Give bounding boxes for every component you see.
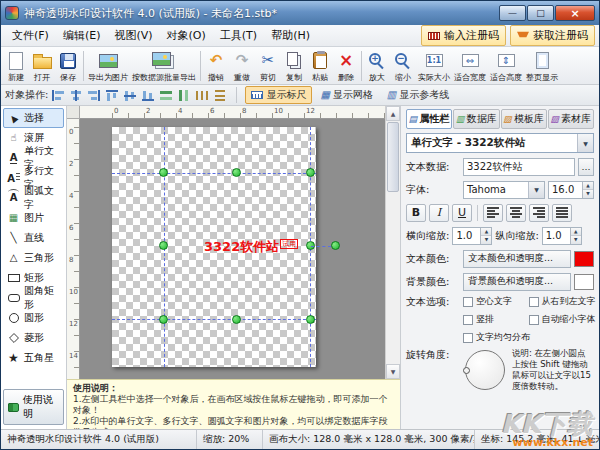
selection-handle[interactable] [232, 168, 241, 177]
tab-database[interactable]: ▥ 数据库 [453, 109, 499, 129]
tool-star[interactable]: ★ 五角星 [3, 348, 64, 368]
close-button[interactable]: × [555, 5, 595, 21]
cut-button[interactable]: ✂ 剪切 [255, 48, 281, 84]
fit-height-button[interactable]: ⇕ 适合高度 [488, 48, 524, 84]
tool-select[interactable]: ▲ 选择 [3, 108, 64, 128]
save-button[interactable]: 保存 [55, 48, 81, 84]
watermark-text-object[interactable]: 3322软件站试用 [204, 238, 298, 256]
text-data-input[interactable]: 3322软件站 [463, 158, 575, 176]
underline-button[interactable]: U [452, 204, 472, 222]
h-distribute-button[interactable] [194, 88, 210, 103]
tool-image[interactable]: ▦ 图片 [3, 208, 64, 228]
text-color-button[interactable]: 文本颜色和透明度... [463, 250, 571, 268]
align-left-text-button[interactable] [483, 204, 503, 222]
selection-handle[interactable] [159, 168, 168, 177]
canvas-vertical-scrollbar[interactable]: ▲ ▼ [385, 106, 400, 379]
option-hollow-text[interactable]: 空心文字 [463, 295, 529, 308]
tab-templates[interactable]: ▧ 模板库 [501, 109, 547, 129]
tool-arc-text[interactable]: A 圆弧文字 [3, 188, 64, 208]
tab-materials[interactable]: ▨ 素材库 [548, 109, 594, 129]
equal-width-button[interactable] [158, 88, 174, 103]
align-left-button[interactable] [50, 88, 66, 103]
selection-handle[interactable] [232, 315, 241, 324]
menu-edit[interactable]: 编辑(E) [56, 26, 108, 45]
text-data-more-button[interactable]: … [578, 158, 594, 176]
maximize-button[interactable]: □ [527, 5, 554, 21]
scrollbar-thumb[interactable] [387, 122, 399, 192]
bold-button[interactable]: B [406, 204, 426, 222]
selection-handle[interactable] [159, 241, 168, 250]
undo-button[interactable]: ↶ 撤销 [203, 48, 229, 84]
tool-circle[interactable]: 圆形 [3, 308, 64, 328]
redo-button[interactable]: ↷ 重做 [229, 48, 255, 84]
tool-diamond[interactable]: 菱形 [3, 328, 64, 348]
watermark-canvas[interactable]: 3322软件站试用 [112, 127, 316, 367]
bg-color-button[interactable]: 背景颜色和透明度... [463, 273, 571, 291]
align-v-center-button[interactable] [122, 88, 138, 103]
option-vertical-text[interactable]: 竖排 [463, 313, 529, 326]
tab-properties[interactable]: ▤ 属性栏 [406, 109, 452, 129]
tool-line[interactable]: ╲ 直线 [3, 228, 64, 248]
copy-button[interactable]: 复制 [281, 48, 307, 84]
actual-size-button[interactable]: 1:1 实际大小 [416, 48, 452, 84]
selection-handle[interactable] [159, 315, 168, 324]
scroll-up-icon[interactable]: ▲ [386, 106, 400, 121]
align-bottom-button[interactable] [140, 88, 156, 103]
menu-help[interactable]: 帮助(H) [264, 26, 317, 45]
selection-handle[interactable] [306, 168, 315, 177]
zoom-in-button[interactable]: + 放大 [364, 48, 390, 84]
spin-up-icon[interactable]: ▲ [481, 228, 491, 237]
spin-down-icon[interactable]: ▼ [481, 236, 491, 244]
help-button[interactable]: 使用说明 [3, 389, 64, 425]
show-ruler-toggle[interactable]: 显示标尺 [245, 86, 312, 104]
option-rtl-text[interactable]: 从右到左文字 [529, 295, 595, 308]
spin-down-icon[interactable]: ▼ [571, 236, 581, 244]
object-selector-combo[interactable]: 单行文字 - 3322软件站 ▼ [406, 133, 594, 153]
align-top-button[interactable] [104, 88, 120, 103]
bg-color-swatch[interactable] [574, 274, 594, 290]
batch-export-button[interactable]: 按数据源批量导出 [130, 48, 198, 84]
selection-handle[interactable] [306, 315, 315, 324]
show-grid-toggle[interactable]: ▦ 显示网格 [314, 86, 378, 104]
tool-triangle[interactable]: △ 三角形 [3, 248, 64, 268]
tool-rounded-rectangle[interactable]: 圆角矩形 [3, 288, 64, 308]
italic-button[interactable]: I [429, 204, 449, 222]
menu-file[interactable]: 文件(F) [5, 26, 56, 45]
equal-height-button[interactable] [176, 88, 192, 103]
delete-button[interactable]: × 删除 [333, 48, 359, 84]
text-color-swatch[interactable] [574, 251, 594, 267]
menu-object[interactable]: 对象(O) [160, 26, 213, 45]
font-combo[interactable]: Tahoma ▼ [463, 181, 545, 199]
enter-regcode-button[interactable]: 输入注册码 [421, 25, 506, 46]
open-button[interactable]: 打开 [29, 48, 55, 84]
spin-up-icon[interactable]: ▲ [571, 228, 581, 237]
align-center-text-button[interactable] [506, 204, 526, 222]
spin-up-icon[interactable]: ▲ [583, 182, 593, 191]
align-right-text-button[interactable] [529, 204, 549, 222]
rotation-dial[interactable] [465, 350, 505, 390]
hscale-spinner[interactable]: 1.0 ▲ ▼ [452, 227, 492, 245]
export-image-button[interactable]: 导出为图片 [86, 48, 130, 84]
scroll-down-icon[interactable]: ▼ [386, 364, 400, 379]
menu-view[interactable]: 视图(V) [107, 26, 159, 45]
zoom-out-button[interactable]: − 缩小 [390, 48, 416, 84]
align-h-center-button[interactable] [68, 88, 84, 103]
minimize-button[interactable]: — [499, 5, 526, 21]
spin-down-icon[interactable]: ▼ [583, 190, 593, 198]
canvas-field[interactable]: 3322软件站试用 [80, 119, 385, 379]
menu-tools[interactable]: 工具(T) [213, 26, 264, 45]
new-button[interactable]: 新建 [3, 48, 29, 84]
fit-width-button[interactable]: ⇔ 适合宽度 [452, 48, 488, 84]
v-distribute-button[interactable] [212, 88, 228, 103]
full-page-button[interactable]: 整页显示 [524, 48, 560, 84]
show-guides-toggle[interactable]: ▥ 显示参考线 [381, 86, 455, 104]
font-size-spinner[interactable]: 16.0 ▲ ▼ [548, 181, 594, 199]
get-regcode-button[interactable]: 获取注册码 [510, 25, 595, 46]
vscale-spinner[interactable]: 1.0 ▲ ▼ [542, 227, 582, 245]
option-even-distribution[interactable]: 文字均匀分布 [463, 331, 594, 344]
rotation-handle[interactable] [331, 241, 340, 250]
align-right-button[interactable] [86, 88, 102, 103]
paste-button[interactable]: 粘贴 [307, 48, 333, 84]
justify-text-button[interactable] [552, 204, 572, 222]
option-auto-shrink[interactable]: 自动缩小字体 [529, 313, 595, 326]
